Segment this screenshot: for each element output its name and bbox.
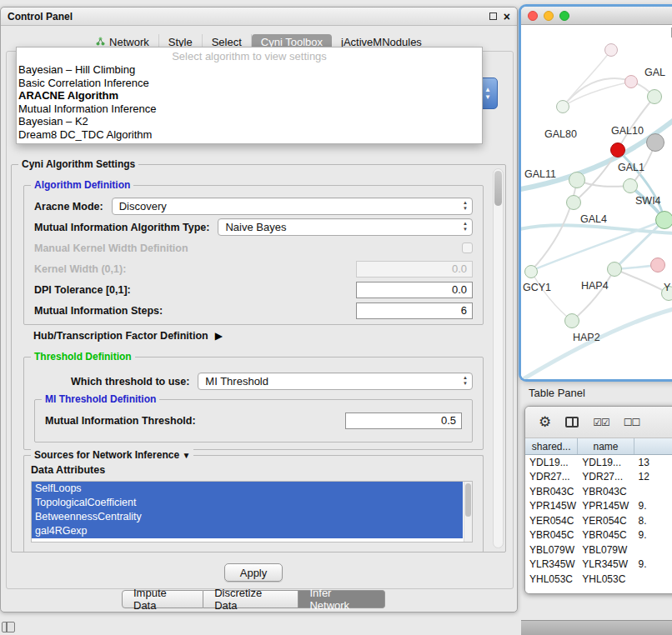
node-label: HAP2 [573, 332, 600, 343]
node-label: Y [664, 282, 670, 293]
node-label: GAL80 [544, 128, 577, 140]
dpi-tolerance-field[interactable]: 0.0 [356, 282, 473, 298]
columns-icon[interactable] [565, 417, 579, 428]
network-node[interactable] [624, 75, 638, 88]
network-node-hap2[interactable] [564, 313, 579, 328]
which-threshold-row: Which threshold to use: MI Threshold ▲▼ [24, 371, 483, 392]
float-window-icon[interactable] [489, 12, 497, 20]
network-node-gal[interactable] [647, 89, 662, 104]
mi-threshold-label: Mutual Information Threshold: [45, 415, 196, 427]
network-node-gal80[interactable] [556, 100, 569, 113]
minimize-traffic-light[interactable] [544, 11, 554, 21]
kernel-width-label: Kernel Width (0,1): [34, 263, 126, 275]
data-attribute-item[interactable]: gal4RGexp [32, 524, 463, 538]
data-attribute-item[interactable]: SelfLoops [32, 482, 463, 496]
mi-type-select[interactable]: Naive Bayes ▲▼ [218, 218, 473, 236]
gear-icon[interactable]: ⚙ [539, 415, 551, 429]
select-all-checkboxes-icon[interactable]: ☑☑ [593, 417, 609, 428]
column-header-extra[interactable] [634, 438, 672, 454]
column-header-name[interactable]: name [578, 438, 634, 454]
table-row[interactable]: YBR045CYBR045C9. [525, 528, 672, 543]
manual-kernel-checkbox[interactable] [462, 242, 473, 253]
aracne-mode-row: Aracne Mode: Discovery ▲▼ [24, 196, 483, 217]
network-node-gal11[interactable] [569, 172, 585, 188]
control-panel-title: Control Panel [8, 11, 489, 22]
table-row[interactable]: YDR27...YDR27...12 [525, 470, 672, 485]
node-label: GAL [644, 67, 665, 78]
table-row[interactable]: YER054CYER054C8. [525, 513, 672, 528]
table-cell: YLR345W [525, 558, 578, 572]
deselect-checkboxes-icon[interactable]: ☐☐ [624, 417, 640, 428]
threshold-definition-legend: Threshold Definition [31, 351, 135, 362]
table-row[interactable]: YPR145WYPR145W9. [525, 499, 672, 514]
network-canvas[interactable]: GALGAL80GAL10GAL11GAL1SWI4GAL4GCY1HAP4YH… [521, 25, 672, 379]
table-cell: 9. [634, 528, 672, 543]
close-traffic-light[interactable] [528, 11, 538, 21]
table-row[interactable]: YBL079WYBL079W [525, 542, 672, 558]
table-cell: YDR27... [525, 470, 578, 485]
table-cell: YER054C [525, 513, 578, 528]
status-strip [521, 620, 672, 635]
network-node[interactable] [650, 258, 665, 272]
algorithm-option[interactable]: Bayesian – K2 [17, 115, 482, 128]
aracne-mode-select[interactable]: Discovery ▲▼ [112, 198, 473, 215]
mi-steps-field[interactable]: 6 [356, 302, 473, 319]
network-node-gal10[interactable] [610, 142, 625, 158]
algorithm-option[interactable]: Bayesian – Hill Climbing [17, 63, 482, 77]
cyni-algorithm-settings-group: Cyni Algorithm Settings Algorithm Defini… [11, 164, 506, 552]
network-window-titlebar [521, 7, 672, 25]
control-panel-titlebar: Control Panel × [1, 8, 517, 26]
table-row[interactable]: YBR043CYBR043C [525, 484, 672, 499]
kernel-width-field[interactable]: 0.0 [356, 261, 473, 278]
table-row[interactable]: YLR345WYLR345W9. [525, 558, 672, 572]
docked-panel-icon[interactable] [2, 622, 15, 632]
algorithm-option[interactable]: Basic Correlation Inference [17, 77, 482, 90]
network-view-window: GALGAL80GAL10GAL11GAL1SWI4GAL4GCY1HAP4YH… [521, 7, 672, 379]
mi-threshold-field[interactable]: 0.5 [345, 412, 462, 429]
table-row[interactable]: YDL19...YDL19...13 [525, 455, 672, 470]
network-node-swi4[interactable] [655, 211, 672, 229]
algorithm-option[interactable]: Mutual Information Inference [17, 102, 482, 116]
mi-type-row: Mutual Information Algorithm Type: Naive… [24, 217, 483, 238]
hub-definition-toggle[interactable]: Hub/Transcription Factor Definition ▶ [33, 330, 223, 342]
table-row[interactable]: YHL053CYHL053C [525, 572, 672, 587]
which-threshold-label: Which threshold to use: [71, 376, 189, 388]
table-cell [634, 542, 672, 558]
data-attribute-item[interactable]: BetweennessCentrality [32, 510, 463, 524]
network-node[interactable] [604, 43, 618, 57]
tab-discretize-data[interactable]: Discretize Data [203, 590, 298, 608]
settings-scrollbar-thumb[interactable] [494, 171, 502, 206]
tab-impute-data[interactable]: Impute Data [122, 590, 203, 608]
attr-list-scrollbar[interactable] [464, 482, 472, 542]
bottom-tab-bar: Impute Data Discretize Data Infer Networ… [122, 590, 385, 608]
manual-kernel-row: Manual Kernel Width Definition [24, 238, 483, 258]
tab-infer-network[interactable]: Infer Network [298, 590, 385, 608]
table-panel-title: Table Panel [529, 387, 585, 399]
kernel-width-row: Kernel Width (0,1): 0.0 [24, 258, 483, 279]
sources-legend[interactable]: Sources for Network Inference ▼ [31, 449, 193, 461]
sources-group: Sources for Network Inference ▼ Data Att… [23, 455, 484, 552]
table-cell: 13 [634, 455, 672, 470]
which-threshold-select[interactable]: MI Threshold ▲▼ [198, 372, 473, 390]
table-cell: YHL053C [525, 572, 578, 587]
algorithm-option[interactable]: ARACNE Algorithm [17, 89, 482, 102]
network-node-hap4[interactable] [607, 262, 622, 277]
zoom-traffic-light[interactable] [559, 11, 569, 21]
mi-threshold-group: MI Threshold Definition Mutual Informati… [34, 399, 473, 442]
apply-button[interactable]: Apply [224, 563, 283, 582]
data-attribute-item[interactable]: TopologicalCoefficient [32, 496, 463, 510]
mi-threshold-row: Mutual Information Threshold: 0.5 [35, 410, 472, 431]
chevron-up-down-icon: ▲▼ [463, 221, 468, 232]
column-header-shared[interactable]: shared... [525, 438, 578, 454]
node-label: GAL1 [618, 162, 644, 173]
table-cell: YBL079W [525, 542, 578, 558]
settings-scrollbar[interactable] [493, 168, 504, 548]
close-icon[interactable]: × [504, 11, 510, 22]
network-node-gcy1[interactable] [524, 265, 538, 278]
network-node-gal1[interactable] [623, 178, 638, 193]
table-cell: YHL053C [578, 572, 634, 587]
data-attributes-list[interactable]: SelfLoopsTopologicalCoefficientBetweenne… [31, 481, 473, 542]
network-node[interactable] [646, 133, 664, 152]
network-node-gal4[interactable] [566, 195, 581, 210]
algorithm-option[interactable]: Dream8 DC_TDC Algorithm [17, 128, 482, 142]
